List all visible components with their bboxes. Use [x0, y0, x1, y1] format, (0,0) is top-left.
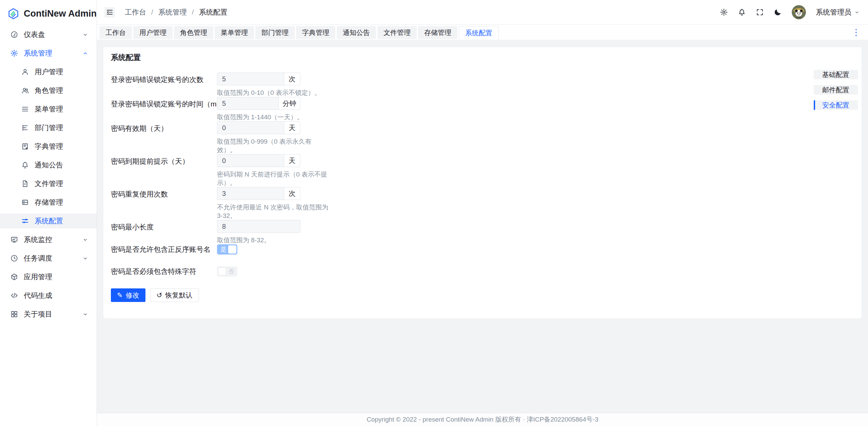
sidebar-item-label: 代码生成 [24, 291, 52, 300]
unit-addon: 次 [284, 187, 300, 200]
login-lock-count-input[interactable] [217, 73, 284, 85]
field-label: 密码有效期（天） [111, 121, 217, 154]
users-icon [21, 86, 29, 95]
sidebar-item-storage-management[interactable]: 存储管理 [0, 195, 97, 210]
field-label: 密码最小长度 [111, 220, 217, 244]
sidebar-item-code-generation[interactable]: 代码生成 [0, 288, 97, 303]
sidebar-item-label: 仪表盘 [24, 30, 45, 39]
tab-label: 用户管理 [139, 28, 166, 37]
tab-role-management[interactable]: 角色管理 [174, 26, 213, 39]
sidebar-item-system-management[interactable]: 系统管理 [0, 46, 97, 61]
chevron-down-icon [82, 32, 88, 38]
anchor-security-config[interactable]: 安全配置 [814, 100, 858, 110]
allow-account-in-password-toggle[interactable]: 是 [217, 244, 237, 255]
field-label: 密码是否必须包含特殊字符 [111, 267, 217, 276]
breadcrumb-separator: / [151, 8, 153, 16]
sidebar-item-label: 通知公告 [35, 160, 63, 170]
sidebar-item-notice[interactable]: 通知公告 [0, 158, 97, 173]
password-expiry-input[interactable] [217, 122, 284, 134]
settings-gear-icon[interactable] [720, 8, 728, 16]
sidebar-item-dept-management[interactable]: 部门管理 [0, 120, 97, 135]
fullscreen-icon[interactable] [756, 8, 764, 16]
tab-label: 部门管理 [261, 28, 289, 37]
tab-label: 字典管理 [302, 28, 329, 37]
sidebar-item-system-monitor[interactable]: 系统监控 [0, 232, 97, 247]
tab-label: 系统配置 [465, 28, 492, 38]
system-config-card: 系统配置 登录密码错误锁定账号的次数 次 取值范围为 0-10（0 表示不锁定）… [103, 47, 862, 318]
sidebar-item-dict-management[interactable]: 字典管理 [0, 139, 97, 154]
form-actions: ✎ 修改 ↺ 恢复默认 [111, 288, 854, 302]
sidebar-menu: 仪表盘 系统管理 用户管理 角色管理 菜单管理 部门管理 字典管理 [0, 27, 97, 322]
dark-mode-moon-icon[interactable] [774, 8, 782, 16]
sidebar-item-user-management[interactable]: 用户管理 [0, 64, 97, 79]
sidebar-item-label: 用户管理 [35, 67, 63, 77]
sliders-icon [21, 217, 29, 225]
sidebar-item-app-management[interactable]: 应用管理 [0, 269, 97, 284]
anchor-label: 基础配置 [822, 70, 849, 79]
anchor-mail-config[interactable]: 邮件配置 [814, 85, 858, 95]
tab-notice[interactable]: 通知公告 [337, 26, 376, 39]
require-special-char-toggle[interactable]: 否 [217, 266, 237, 277]
restore-default-button[interactable]: ↺ 恢复默认 [150, 288, 199, 302]
code-icon [10, 291, 18, 300]
form-row-require-special-char: 密码是否必须包含特殊字符 否 [111, 266, 854, 277]
edit-button[interactable]: ✎ 修改 [111, 288, 145, 302]
tab-system-config[interactable]: 系统配置 [459, 26, 499, 40]
breadcrumb-separator: / [192, 8, 194, 16]
sidebar-item-dashboard[interactable]: 仪表盘 [0, 27, 97, 42]
more-vertical-icon[interactable]: ⋮ [852, 27, 861, 37]
password-min-length-input[interactable] [217, 220, 300, 233]
sidebar-item-label: 部门管理 [35, 123, 63, 133]
sidebar-item-label: 角色管理 [35, 86, 63, 95]
sidebar-item-label: 关于项目 [24, 309, 52, 319]
field-hint: 密码到期 N 天前进行提示（0 表示不提示）。 [217, 170, 331, 187]
sidebar-item-role-management[interactable]: 角色管理 [0, 83, 97, 98]
toggle-knob [218, 267, 226, 276]
form-row-allow-account-in-password: 密码是否允许包含正反序账号名 是 [111, 244, 854, 255]
tab-dict-management[interactable]: 字典管理 [296, 26, 335, 39]
tab-file-management[interactable]: 文件管理 [377, 26, 417, 39]
unit-addon: 分钟 [278, 97, 300, 109]
anchor-basic-config[interactable]: 基础配置 [814, 70, 858, 79]
sidebar-item-label: 文件管理 [35, 179, 63, 188]
expiry-warning-input[interactable] [217, 155, 284, 167]
bell-icon [21, 161, 29, 169]
expiry-warning-field: 天 [217, 154, 300, 167]
tab-storage-management[interactable]: 存储管理 [418, 26, 457, 39]
user-menu[interactable]: 系统管理员 [816, 7, 860, 17]
header-actions: 系统管理员 [720, 5, 868, 19]
sidebar-collapse-button[interactable] [104, 7, 115, 18]
sidebar-item-job-schedule[interactable]: 任务调度 [0, 251, 97, 266]
unit-addon: 次 [284, 73, 300, 85]
user-icon [21, 68, 29, 76]
storage-icon [21, 198, 29, 206]
tab-dept-management[interactable]: 部门管理 [255, 26, 295, 39]
menu-fold-icon [106, 8, 114, 16]
restore-default-label: 恢复默认 [165, 291, 193, 300]
password-reuse-input[interactable] [217, 187, 284, 200]
login-lock-time-input[interactable] [217, 97, 278, 109]
tab-workbench[interactable]: 工作台 [99, 26, 132, 39]
toggle-knob [228, 245, 236, 253]
tab-menu-management[interactable]: 菜单管理 [215, 26, 254, 39]
sidebar-item-system-config[interactable]: 系统配置 [0, 214, 97, 228]
sidebar-item-file-management[interactable]: 文件管理 [0, 176, 97, 191]
field-hint: 取值范围为 1-1440（一天）。 [217, 113, 303, 121]
sidebar-item-about-project[interactable]: 关于项目 [0, 307, 97, 322]
sidebar-item-menu-management[interactable]: 菜单管理 [0, 102, 97, 117]
active-indicator-bar [814, 100, 815, 110]
tab-label: 工作台 [105, 28, 126, 37]
toggle-state-label: 否 [228, 267, 234, 276]
tab-user-management[interactable]: 用户管理 [133, 26, 173, 39]
copyright-text: Copyright © 2022 - present ContiNew Admi… [367, 415, 598, 424]
continew-logo-icon [7, 7, 19, 21]
tab-label: 通知公告 [343, 28, 370, 37]
sidebar-item-label: 菜单管理 [35, 104, 63, 114]
sidebar-item-label: 任务调度 [24, 253, 52, 263]
tab-label: 文件管理 [383, 28, 411, 37]
notification-bell-icon[interactable] [738, 8, 746, 16]
avatar[interactable] [792, 5, 806, 19]
breadcrumb-item[interactable]: 工作台 [125, 7, 146, 17]
breadcrumb-item[interactable]: 系统管理 [158, 7, 187, 17]
edit-pencil-icon: ✎ [117, 292, 123, 299]
